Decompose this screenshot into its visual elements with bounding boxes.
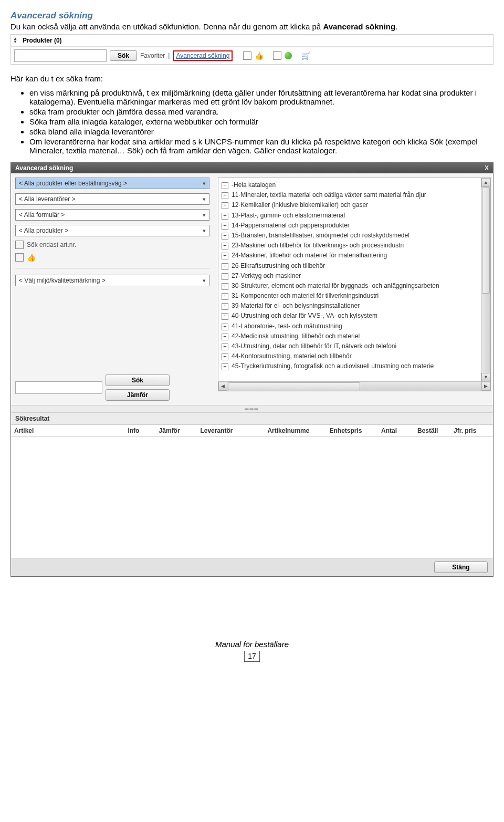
col-info[interactable]: Info (128, 427, 159, 434)
expand-icon[interactable]: + (222, 324, 228, 330)
vertical-scrollbar[interactable]: ▲ ▼ (481, 178, 490, 382)
tree-item[interactable]: +40-Utrustning och delar för VVS-, VA- o… (222, 311, 488, 321)
paragraph-lead: Här kan du t ex söka fram: (10, 74, 494, 83)
col-leverantor[interactable]: Leverantör (200, 427, 267, 434)
chevron-down-icon: ▾ (203, 277, 206, 284)
expand-icon[interactable]: + (222, 233, 228, 240)
dialog-search-button[interactable]: Sök (106, 374, 170, 386)
tree-label: -Hela katalogen (232, 181, 276, 189)
combo-suppliers[interactable]: < Alla leverantörer > ▾ (15, 193, 209, 205)
checkbox-thumb[interactable] (15, 253, 24, 262)
expand-icon[interactable]: + (222, 273, 228, 280)
eco-green-icon (285, 52, 292, 59)
close-button[interactable]: Stäng (434, 561, 488, 573)
col-bestall[interactable]: Beställ (417, 427, 454, 434)
tree-item[interactable]: +41-Laboratorie-, test- och mätutrustnin… (222, 321, 488, 331)
expand-icon[interactable]: + (222, 344, 228, 350)
expand-icon[interactable]: + (222, 192, 228, 199)
scroll-right-icon[interactable]: ▶ (481, 382, 490, 391)
toolbar-search-input[interactable] (14, 49, 107, 62)
expand-icon[interactable]: + (222, 263, 228, 270)
expand-icon[interactable]: + (222, 293, 228, 300)
tree-item[interactable]: +13-Plast-, gummi- och elastomermaterial (222, 211, 488, 221)
tree-item[interactable]: +43-Utrustning, delar och tillbehör för … (222, 341, 488, 351)
scroll-thumb[interactable] (482, 188, 490, 294)
col-artikel[interactable]: Artikel (14, 427, 128, 434)
scroll-thumb[interactable] (228, 382, 360, 390)
separator: | (168, 52, 170, 59)
tree-item[interactable]: +45-Tryckeriutrustning, fotografisk och … (222, 361, 488, 371)
tree-label: 23-Maskiner och tillbehör för tillverkni… (232, 242, 404, 249)
col-jamfor[interactable]: Jämför (159, 427, 201, 434)
scroll-down-icon[interactable]: ▼ (481, 373, 490, 382)
tree-item[interactable]: +15-Bränslen, bränsletillsatser, smörjme… (222, 231, 488, 241)
expand-icon[interactable]: + (222, 253, 228, 259)
chevron-down-icon: ▾ (203, 196, 206, 203)
expand-icon[interactable]: + (222, 283, 228, 290)
toolbar-screenshot: ▲▼ Produkter (0) Sök Favoriter | Avancer… (10, 34, 494, 65)
split-handle[interactable]: ═══ (11, 405, 493, 413)
tree-item[interactable]: +14-Pappersmaterial och pappersprodukter (222, 221, 488, 231)
dialog-search-input[interactable] (15, 381, 102, 394)
manual-footer: Manual för beställare 17 (10, 640, 494, 662)
combo-eco-label[interactable]: < Välj miljö/kvalitetsmärkning > ▾ (15, 275, 209, 286)
tree-item[interactable]: +39-Material för el- och belysningsinsta… (222, 301, 488, 311)
tree-label: 31-Komponenter och materiel för tillverk… (232, 292, 379, 299)
expand-icon[interactable]: + (222, 363, 228, 370)
col-enhetspris[interactable]: Enhetspris (330, 427, 381, 434)
tree-item[interactable]: +27-Verktyg och maskiner (222, 271, 488, 281)
toolbar-search-button[interactable]: Sök (110, 50, 137, 61)
thumb-up-icon[interactable]: 👍 (255, 51, 264, 60)
dialog-left-panel: < Alla produkter eller beställningsväg >… (11, 173, 214, 405)
cart-icon[interactable]: 🛒 (301, 51, 310, 60)
col-artikelnummer[interactable]: Artikelnumme (267, 427, 329, 434)
tab-products[interactable]: Produkter (0) (19, 36, 65, 45)
checkbox-icon[interactable] (243, 51, 251, 60)
combo-products[interactable]: < Alla produkter > ▾ (15, 225, 209, 236)
results-header: Sökresultat (11, 413, 493, 424)
checkbox-artnr[interactable] (15, 241, 24, 249)
expand-icon[interactable]: + (222, 353, 228, 360)
combo-label: < Alla leverantörer > (19, 195, 75, 203)
expand-icon[interactable]: + (222, 213, 228, 220)
tree-item[interactable]: +31-Komponenter och materiel för tillver… (222, 291, 488, 301)
expand-icon[interactable]: + (222, 202, 228, 209)
tree-item[interactable]: +44-Kontorsutrustning, materiel och till… (222, 351, 488, 361)
combo-label: < Alla formulär > (19, 211, 65, 218)
tree-item[interactable]: +11-Mineraler, textila material och oätl… (222, 190, 488, 200)
sort-arrows-icon[interactable]: ▲▼ (13, 37, 17, 44)
tree-item[interactable]: +12-Kemikalier (inklusive biokemikalier)… (222, 200, 488, 210)
tree-item[interactable]: +30-Strukturer, element och material för… (222, 281, 488, 291)
link-favoriter[interactable]: Favoriter (140, 52, 165, 59)
collapse-icon[interactable]: − (222, 182, 228, 189)
tree-item[interactable]: +26-Elkraftsutrustning och tillbehör (222, 261, 488, 271)
expand-icon[interactable]: + (222, 303, 228, 310)
dialog-compare-button[interactable]: Jämför (106, 389, 170, 401)
link-avancerad-sokning[interactable]: Avancerad sökning (176, 52, 229, 59)
scroll-up-icon[interactable]: ▲ (481, 178, 490, 187)
horizontal-scrollbar[interactable]: ◀ ▶ (218, 381, 490, 391)
intro-bold: Avancerad sökning (323, 22, 395, 31)
tree-item[interactable]: −-Hela katalogen (222, 180, 488, 190)
catalog-tree[interactable]: −-Hela katalogen +11-Mineraler, textila … (218, 178, 491, 391)
expand-icon[interactable]: + (222, 243, 228, 249)
combo-forms[interactable]: < Alla formulär > ▾ (15, 209, 209, 221)
close-icon[interactable]: X (485, 164, 489, 172)
tree-item[interactable]: +24-Maskiner, tillbehör och materiel för… (222, 251, 488, 261)
expand-icon[interactable]: + (222, 334, 228, 340)
scroll-left-icon[interactable]: ◀ (218, 382, 227, 391)
highlight-box: Avancerad sökning (173, 50, 233, 61)
col-jfrpris[interactable]: Jfr. pris (454, 427, 490, 434)
tree-item[interactable]: +42-Medicinsk utrustning, tillbehör och … (222, 331, 488, 341)
tree-item[interactable]: +23-Maskiner och tillbehör för tillverkn… (222, 241, 488, 251)
tree-label: 44-Kontorsutrustning, materiel och tillb… (232, 352, 352, 360)
expand-icon[interactable]: + (222, 313, 228, 320)
expand-icon[interactable]: + (222, 223, 228, 230)
chevron-down-icon: ▾ (203, 227, 206, 234)
tree-label: 30-Strukturer, element och material för … (232, 282, 439, 289)
col-antal[interactable]: Antal (381, 427, 417, 434)
checkbox-icon[interactable] (273, 51, 281, 60)
dialog-titlebar[interactable]: Avancerad sökning X (11, 163, 493, 173)
combo-order-path[interactable]: < Alla produkter eller beställningsväg >… (15, 178, 209, 189)
tree-label: 11-Mineraler, textila material och oätli… (232, 191, 426, 199)
